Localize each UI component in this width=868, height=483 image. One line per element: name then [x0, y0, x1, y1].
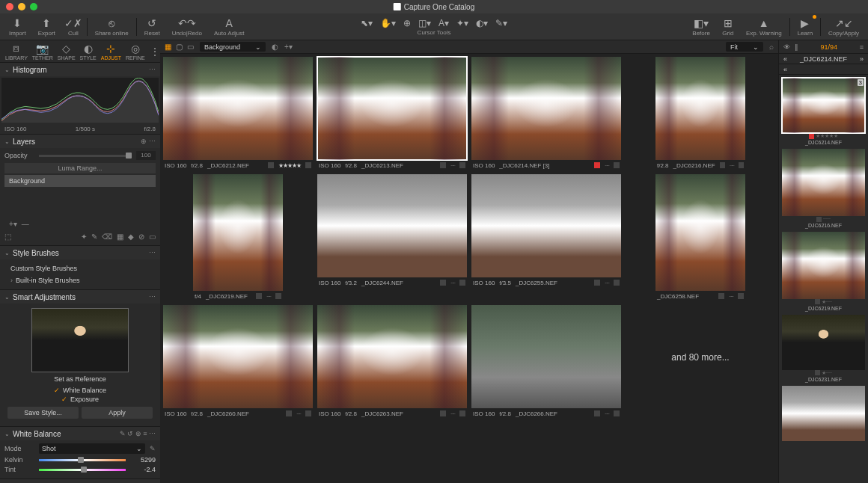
- picker-icon[interactable]: ✎: [150, 445, 156, 452]
- histogram-header[interactable]: ⌄Histogram⋯: [0, 63, 160, 76]
- learn-button[interactable]: ▶Learn: [795, 16, 816, 38]
- thumbnail-image[interactable]: [317, 57, 467, 160]
- layer-background[interactable]: Background: [4, 175, 156, 187]
- prev-variant-icon[interactable]: «: [783, 55, 787, 63]
- pause-icon[interactable]: ‖: [795, 43, 798, 51]
- kelvin-value[interactable]: 5299: [130, 456, 156, 464]
- adjustment-icon[interactable]: ⬚: [4, 233, 11, 241]
- apply-button[interactable]: Apply: [82, 407, 153, 419]
- wb-header[interactable]: ⌄White Balance✎ ↺ ⊕ ≡ ⋯: [0, 427, 160, 440]
- thumbnail-cell[interactable]: ISO 160f/2.8_DJC6266.NEF·····: [471, 305, 621, 418]
- zoom-select[interactable]: Fit⌄: [726, 42, 763, 52]
- thumbnail-cell[interactable]: ISO 160_DJC6214.NEF [3]·····: [471, 57, 621, 170]
- thumbnail-cell[interactable]: f/4_DJC6219.NEF·····: [193, 174, 283, 301]
- tint-slider[interactable]: [39, 469, 126, 471]
- share-button[interactable]: ⎋Share online: [92, 16, 132, 38]
- thumbnail-cell[interactable]: ISO 160f/3.5_DJC6255.NEF·····: [471, 174, 621, 301]
- filmstrip-view-icon[interactable]: ▭: [187, 43, 194, 51]
- tab-library[interactable]: ⧈LIBRARY: [3, 40, 30, 62]
- opacity-value[interactable]: 100: [136, 151, 156, 160]
- delete-layer-icon[interactable]: —: [22, 220, 29, 228]
- filmstrip-item[interactable]: 3 ★★★★★_DJC6214.NEF: [782, 78, 865, 146]
- save-style-button[interactable]: Save Style...: [7, 407, 79, 419]
- add-icon[interactable]: +▾: [284, 43, 293, 51]
- kelvin-slider[interactable]: [39, 459, 126, 461]
- cull-button[interactable]: ✓✗Cull: [64, 16, 82, 38]
- tab-adjust[interactable]: ⊹ADJUST: [99, 41, 123, 62]
- thumbnail-cell[interactable]: ISO 160f/2.8_DJC6213.NEF·····: [317, 57, 467, 170]
- copy-apply-button[interactable]: ↗↙Copy/Apply: [825, 16, 862, 38]
- import-button[interactable]: ⬇Import: [6, 16, 29, 38]
- pointer-tool-icon[interactable]: ⬉▾: [361, 18, 373, 28]
- search-icon[interactable]: ⌕: [769, 43, 774, 51]
- undo-button[interactable]: ↶↷Undo|Redo: [169, 16, 205, 38]
- before-button[interactable]: ◧▾Before: [689, 16, 713, 38]
- filter-icon[interactable]: ◐: [272, 43, 278, 51]
- fullscreen-icon[interactable]: [30, 3, 37, 10]
- thumbnail-image[interactable]: [193, 174, 283, 291]
- builtin-brushes[interactable]: Built-in Style Brushes: [0, 274, 160, 286]
- brush-icon[interactable]: ✎: [91, 233, 97, 241]
- layer-select[interactable]: Background⌄: [200, 42, 266, 52]
- filmstrip-item[interactable]: [782, 386, 865, 441]
- brushes-header[interactable]: ⌄Style Brushes⋯: [0, 246, 160, 259]
- picker-tool-icon[interactable]: ✎▾: [495, 18, 507, 28]
- invert-icon[interactable]: ⊘: [138, 233, 144, 241]
- reference-thumbnail[interactable]: [31, 308, 129, 372]
- thumbnail-cell[interactable]: ISO 160f/2.8_DJC6212.NEF★★★★★: [163, 57, 313, 170]
- thumbnail-image[interactable]: [317, 174, 467, 277]
- zoom-tool-icon[interactable]: ⊕: [403, 18, 411, 28]
- thumbnail-cell[interactable]: _DJC6258.NEF·····: [655, 174, 745, 301]
- filmstrip-item[interactable]: ★····_DJC6219.NEF: [782, 232, 865, 312]
- auto-adjust-button[interactable]: AAuto Adjust: [211, 16, 247, 38]
- hand-tool-icon[interactable]: ✋▾: [380, 18, 396, 28]
- reset-button[interactable]: ↺Reset: [141, 16, 163, 38]
- thumbnail-image[interactable]: [471, 57, 621, 160]
- export-button[interactable]: ⬆Export: [35, 16, 58, 38]
- thumbnail-image[interactable]: [655, 57, 745, 160]
- minimize-icon[interactable]: [18, 3, 25, 10]
- thumbnail-image[interactable]: [471, 305, 621, 408]
- filmstrip[interactable]: 3 ★★★★★_DJC6214.NEF ·····_DJC6216.NEF ★·…: [779, 75, 868, 483]
- tab-shape[interactable]: ◇SHAPE: [55, 41, 78, 62]
- gradient-icon[interactable]: ▦: [117, 233, 123, 241]
- mask-tool-icon[interactable]: ◐▾: [476, 18, 488, 28]
- thumbnail-image[interactable]: [655, 174, 745, 291]
- mode-select[interactable]: Shot⌄: [39, 443, 145, 454]
- check-wb[interactable]: ✓White Balance: [54, 386, 106, 395]
- opacity-slider[interactable]: [39, 155, 132, 157]
- fill-icon[interactable]: ◆: [128, 233, 134, 241]
- eye-icon[interactable]: 👁: [783, 43, 790, 51]
- clear-icon[interactable]: ▭: [149, 233, 156, 241]
- exposure-header[interactable]: ⌄ExposureA ↺ ⊕ ≡ ⋯: [0, 479, 160, 483]
- smart-header[interactable]: ⌄Smart Adjustments⋯: [0, 290, 160, 304]
- thumbnail-image[interactable]: [163, 305, 313, 408]
- next-variant-icon[interactable]: »: [860, 55, 864, 63]
- add-layer-icon[interactable]: +▾: [9, 220, 17, 228]
- crop-tool-icon[interactable]: ◫▾: [418, 18, 431, 28]
- menu-icon[interactable]: ≡: [860, 43, 864, 51]
- thumbnail-image[interactable]: [471, 174, 621, 277]
- luma-range-button[interactable]: Luma Range...: [4, 163, 156, 173]
- thumbnail-image[interactable]: [163, 57, 313, 160]
- filmstrip-item[interactable]: ★····_DJC6231.NEF: [782, 315, 865, 383]
- check-exposure[interactable]: ✓Exposure: [61, 395, 99, 404]
- grid-view-icon[interactable]: ▦: [165, 43, 171, 51]
- thumbnail-cell[interactable]: ISO 160f/2.8_DJC6260.NEF·····: [163, 305, 313, 418]
- tab-tether[interactable]: 📷TETHER: [30, 41, 55, 62]
- filmstrip-item[interactable]: ·····_DJC6216.NEF: [782, 149, 865, 229]
- tint-value[interactable]: -2.4: [130, 466, 156, 473]
- wand-icon[interactable]: ✦: [81, 233, 87, 241]
- close-icon[interactable]: [6, 3, 13, 10]
- single-view-icon[interactable]: ▢: [176, 43, 183, 51]
- tab-more[interactable]: ⋮: [147, 44, 160, 59]
- grid-button[interactable]: ⊞Grid: [719, 16, 737, 38]
- thumbnail-image[interactable]: [317, 305, 467, 408]
- custom-brushes[interactable]: Custom Style Brushes: [0, 262, 160, 274]
- prev-icon[interactable]: «: [783, 66, 787, 73]
- thumbnail-cell[interactable]: ISO 160f/3.2_DJC6244.NEF·····: [317, 174, 467, 301]
- thumbnail-cell[interactable]: f/2.8_DJC6216.NEF·····: [655, 57, 745, 170]
- thumbnail-cell[interactable]: ISO 160f/2.8_DJC6263.NEF·····: [317, 305, 467, 418]
- erase-icon[interactable]: ⌫: [102, 233, 112, 241]
- heal-tool-icon[interactable]: ✦▾: [456, 18, 468, 28]
